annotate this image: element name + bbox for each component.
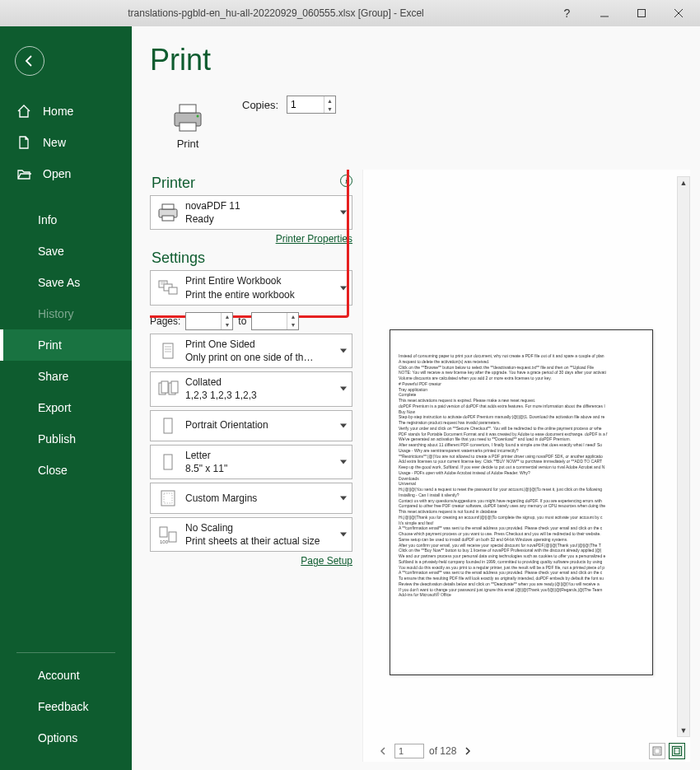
preview-text-line: The registration product request has inv… [399,420,644,426]
preview-text-line: This reset activations request is not fo… [399,509,644,515]
collated-dropdown[interactable]: Collated 1,2,3 1,2,3 1,2,3 [150,371,352,406]
pages-to-label: to [238,315,246,327]
sidebar-bottom: Account Feedback Options [0,646,132,754]
page-number-value: 1 [399,746,404,756]
zoom-to-page-button[interactable] [669,743,685,759]
chevron-down-icon [340,387,347,391]
collated-l2: 1,2,3 1,2,3 1,2,3 [185,389,257,402]
sidebar-item-publish[interactable]: Publish [0,423,132,455]
show-margins-button[interactable] [649,743,665,759]
sidebar-label: Info [38,213,57,226]
copies-label: Copies: [242,99,278,111]
spin-arrows[interactable]: ▲▼ [324,96,335,113]
paper-l1: Letter [185,449,227,462]
svg-rect-28 [160,527,167,537]
one-sided-icon [156,339,180,362]
sidebar-item-save-as[interactable]: Save As [0,267,132,298]
back-button[interactable] [15,46,44,76]
preview-text-line: Buy Now [399,409,644,415]
preview-text-line: After searching about 11 different PDF c… [399,442,644,448]
paper-l2: 8.5" x 11" [185,462,227,475]
copies-input[interactable]: 1 ▲▼ [287,96,336,114]
printer-properties-row: Printer Properties [150,233,352,245]
orientation-l1: Portrait Orientation [185,418,268,432]
scaling-l2: Print sheets at their actual size [185,534,320,548]
pages-to-input[interactable]: ▲▼ [251,312,299,330]
printer-heading-text: Printer [152,175,195,192]
sidebar-item-save[interactable]: Save [0,236,132,267]
sidebar-item-info[interactable]: Info [0,204,132,236]
preview-text-line: Hi,|@||@|You send a request to reset the… [399,487,644,492]
sidebar-item-account[interactable]: Account [0,660,132,691]
preview-text-line: doPDF Premium is a paid version of doPDF… [399,404,644,409]
scaling-text: No Scaling Print sheets at their actual … [185,521,320,548]
preview-text-line: Downloads [399,476,644,482]
preview-scrollbar[interactable]: ▲ ▼ [677,176,690,737]
backstage-sidebar: Home New Open Info Save Save As History … [0,26,132,770]
chevron-down-icon [340,423,347,427]
sidebar-item-share[interactable]: Share [0,361,132,392]
sided-l1: Print One Sided [185,338,313,351]
sidebar-item-close[interactable]: Close [0,455,132,486]
sidebar-label: Account [38,669,80,682]
sidebar-label: Close [38,464,68,477]
minimize-button[interactable] [586,2,623,25]
scaling-l1: No Scaling [185,521,320,534]
scaling-dropdown[interactable]: 100 No Scaling Print sheets at their act… [150,517,352,552]
app-window: translations-pgbld-en_hu-all-20220929_06… [0,0,700,770]
svg-rect-24 [164,418,172,433]
sidebar-label: Publish [38,432,76,446]
chevron-down-icon [340,460,347,464]
svg-rect-23 [171,381,178,393]
portrait-icon [156,414,180,437]
prev-page-button[interactable] [376,744,390,758]
pages-from-input[interactable]: ▲▼ [185,312,233,330]
page-number-input[interactable]: 1 [394,744,424,758]
sidebar-item-open[interactable]: Open [0,158,132,189]
preview-text-line: Add extra licenses to your current licen… [399,459,644,464]
scroll-down-button[interactable]: ▼ [678,725,689,736]
svg-rect-6 [180,123,196,131]
sidebar-label: Home [43,105,73,118]
workbook-icon [156,277,180,300]
sidebar-label: Export [38,401,71,414]
printer-heading: Printer i [152,175,352,192]
sidebar-item-home[interactable]: Home [0,96,132,127]
printer-dropdown[interactable]: novaPDF 11 Ready [150,195,352,230]
sidebar-item-options[interactable]: Options [0,722,132,754]
svg-rect-5 [180,105,196,113]
orientation-dropdown[interactable]: Portrait Orientation [150,410,352,441]
svg-rect-32 [655,749,660,754]
preview-text-line: We've generated an activation file that … [399,436,644,442]
sidebar-item-feedback[interactable]: Feedback [0,691,132,722]
help-button[interactable]: ? [548,2,586,25]
preview-area: ▲ ▼ Instead of consuming paper to print … [376,173,690,740]
maximize-button[interactable] [623,2,660,25]
sidebar-item-print[interactable]: Print [0,329,132,361]
print-pane: Print Print Copies: 1 ▲▼ [132,26,700,770]
settings-column: Printer i novaPDF 11 Ready [150,170,352,762]
preview-text-line: If you don't want to change your passwor… [399,587,644,593]
preview-text-line: Contact us with any questions/suggestion… [399,498,644,504]
sided-dropdown[interactable]: Print One Sided Only print on one side o… [150,334,352,368]
sidebar-item-new[interactable]: New [0,127,132,158]
sidebar-item-export[interactable]: Export [0,392,132,423]
next-page-button[interactable] [461,744,474,758]
print-scope-dropdown[interactable]: Print Entire Workbook Print the entire w… [150,270,352,305]
close-button[interactable] [660,2,697,25]
scope-l1: Print Entire Workbook [185,274,295,287]
printer-properties-link[interactable]: Printer Properties [276,233,352,245]
printer-info-icon[interactable]: i [340,175,352,187]
preview-text-line: Add-ins for Microsoft® Office [399,592,644,598]
collated-text: Collated 1,2,3 1,2,3 1,2,3 [185,376,257,402]
print-button[interactable]: Print [150,91,226,161]
margins-text: Custom Margins [185,492,257,505]
margins-dropdown[interactable]: Custom Margins [150,483,352,514]
page-setup-link[interactable]: Page Setup [301,555,352,567]
window-title: translations-pgbld-en_hu-all-20220929_06… [3,7,548,19]
scroll-up-button[interactable]: ▲ [678,177,689,189]
svg-text:100: 100 [160,539,169,544]
preview-text-line: You would do this exactly as you print t… [399,565,644,571]
paper-dropdown[interactable]: Letter 8.5" x 11" [150,445,352,479]
preview-text-line: Click on the **Buy Now** button to buy 1… [399,548,644,553]
